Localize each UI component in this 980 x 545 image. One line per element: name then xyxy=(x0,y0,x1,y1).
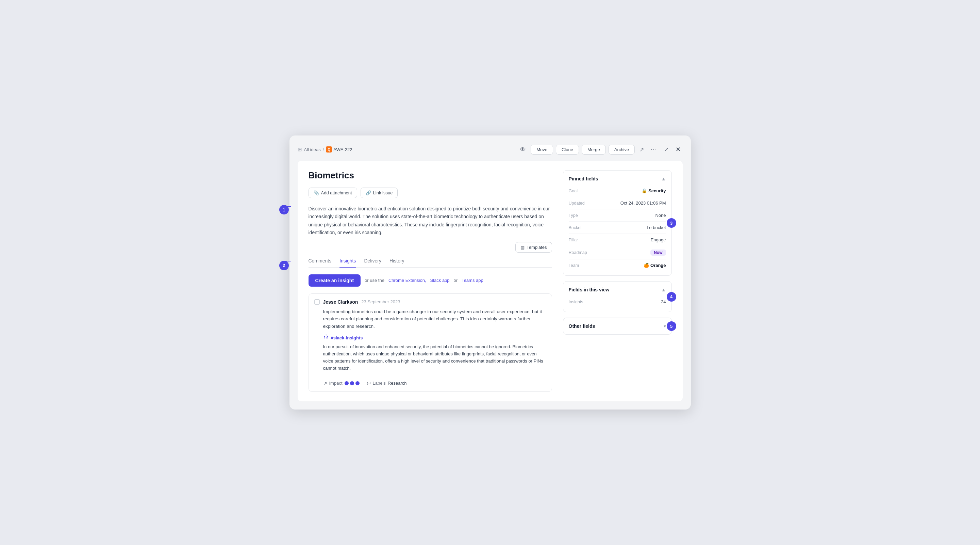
breadcrumb-id: Q AWE-222 xyxy=(326,147,352,153)
divider-5 xyxy=(569,246,666,246)
insight-meta: ↗ Impact 🏷 Labels Research xyxy=(314,377,546,386)
goal-emoji: 🔒 xyxy=(641,188,647,193)
expand-button[interactable]: ⤢ xyxy=(662,144,671,155)
goal-field-row: Goal 🔒 Security xyxy=(569,186,666,195)
tab-history[interactable]: History xyxy=(390,258,404,268)
team-text: Orange xyxy=(651,263,666,268)
move-button[interactable]: Move xyxy=(531,145,553,155)
goal-value: 🔒 Security xyxy=(641,188,666,193)
other-fields-badge: 5 xyxy=(667,321,676,331)
team-emoji: 🍊 xyxy=(644,263,649,268)
fields-in-view-badge: 4 xyxy=(667,292,676,301)
goal-label: Goal xyxy=(569,189,578,193)
share-button[interactable]: ↗ xyxy=(638,144,646,155)
paperclip-icon: 📎 xyxy=(313,190,319,195)
action-row: 📎 Add attachment 🔗 Link issue xyxy=(309,188,552,198)
left-panel: Biometrics 📎 Add attachment 🔗 Link issue… xyxy=(309,170,552,392)
right-panel: Pinned fields ▲ 3 Goal 🔒 Security Update xyxy=(563,170,672,392)
link-icon: 🔗 xyxy=(366,190,371,195)
templates-button[interactable]: ▤ Templates xyxy=(515,242,552,253)
updated-field-row: Updated Oct 24, 2023 01:06 PM xyxy=(569,198,666,208)
tab-insights[interactable]: Insights xyxy=(339,258,356,268)
description-section: 1 Discover an innovative biometric authe… xyxy=(309,205,552,255)
tab-delivery[interactable]: Delivery xyxy=(364,258,381,268)
slack-mention[interactable]: #slack-insights xyxy=(314,335,363,341)
updated-value: Oct 24, 2023 01:06 PM xyxy=(620,201,666,206)
divider-6 xyxy=(569,259,666,260)
clone-button[interactable]: Clone xyxy=(556,145,579,155)
slack-channel-name: #slack-insights xyxy=(331,335,363,340)
pinned-fields-collapse-button[interactable]: ▲ xyxy=(661,176,666,182)
insight-body: Implementing biometrics could be a game-… xyxy=(314,308,546,330)
or-text-2: or xyxy=(454,278,458,283)
impact-dots xyxy=(345,381,360,386)
type-field-row: Type None xyxy=(569,211,666,220)
labels-meta: 🏷 Labels Research xyxy=(366,381,407,386)
watch-button[interactable]: 👁 xyxy=(518,144,528,155)
step-1-line xyxy=(284,206,291,207)
main-content: Biometrics 📎 Add attachment 🔗 Link issue… xyxy=(298,161,683,401)
bucket-field-row: Bucket Le bucket xyxy=(569,223,666,232)
fields-in-view-title: Fields in this view xyxy=(569,287,609,292)
pinned-fields-header: Pinned fields ▲ 3 xyxy=(569,176,666,182)
divider-1 xyxy=(569,197,666,197)
step-2-line xyxy=(284,261,291,261)
insight-checkbox[interactable] xyxy=(314,299,320,305)
teams-app-link[interactable]: Teams app xyxy=(461,278,484,283)
pillar-label: Pillar xyxy=(569,237,578,242)
other-fields-expand-button[interactable]: ▾ xyxy=(663,323,666,329)
more-options-button[interactable]: ··· xyxy=(649,144,659,155)
archive-button[interactable]: Archive xyxy=(609,145,635,155)
roadmap-label: Roadmap xyxy=(569,250,587,255)
merge-button[interactable]: Merge xyxy=(582,145,606,155)
tab-comments[interactable]: Comments xyxy=(309,258,332,268)
modal-wrapper: ⊞ All ideas / Q AWE-222 👁 Move Clone Mer… xyxy=(290,135,691,409)
trending-icon: ↗ xyxy=(323,381,327,386)
issue-type-icon: Q xyxy=(326,147,332,153)
slack-app-link[interactable]: Slack app xyxy=(430,278,449,283)
step-2-badge: 2 xyxy=(279,261,289,270)
team-value: 🍊 Orange xyxy=(644,263,666,268)
bucket-value: Le bucket xyxy=(647,225,666,230)
issue-title: Biometrics xyxy=(309,170,552,181)
top-bar: ⊞ All ideas / Q AWE-222 👁 Move Clone Mer… xyxy=(298,143,683,155)
team-label: Team xyxy=(569,263,579,268)
impact-dot-2 xyxy=(350,381,354,386)
link-issue-button[interactable]: 🔗 Link issue xyxy=(361,188,398,198)
insights-value: 24 xyxy=(661,299,666,304)
other-fields-section: Other fields ▾ 5 xyxy=(563,318,672,335)
slack-icon xyxy=(323,335,329,341)
pinned-fields-badge: 3 xyxy=(667,218,676,228)
insight-date: 23 September 2023 xyxy=(361,299,400,304)
top-actions: 👁 Move Clone Merge Archive ↗ ··· ⤢ ✕ xyxy=(518,143,682,155)
roadmap-field-row: Roadmap Now xyxy=(569,247,666,258)
close-button[interactable]: ✕ xyxy=(673,143,683,155)
pinned-fields-title: Pinned fields xyxy=(569,176,598,182)
breadcrumb-all-ideas[interactable]: All ideas xyxy=(304,147,321,152)
other-fields-header: Other fields ▾ 5 xyxy=(569,323,666,329)
insights-label: Insights xyxy=(569,300,583,304)
labels-value: Research xyxy=(388,381,407,386)
fields-in-view-header: Fields in this view ▲ 4 xyxy=(569,287,666,292)
fields-in-view-section: Fields in this view ▲ 4 Insights 24 xyxy=(563,281,672,312)
description-text: Discover an innovative biometric authent… xyxy=(309,205,552,236)
create-insight-button[interactable]: Create an insight xyxy=(309,274,361,287)
type-value: None xyxy=(655,213,666,218)
breadcrumb-id-label: AWE-222 xyxy=(333,147,352,152)
updated-label: Updated xyxy=(569,201,585,206)
pillar-field-row: Pillar Engage xyxy=(569,235,666,244)
fields-in-view-collapse-button[interactable]: ▲ xyxy=(661,287,666,292)
labels-label: Labels xyxy=(373,381,386,386)
roadmap-value: Now xyxy=(651,250,666,256)
chrome-extension-link[interactable]: Chrome Extension, xyxy=(388,278,426,283)
tabs-area: 2 Comments Insights Delivery History xyxy=(309,258,552,268)
bucket-label: Bucket xyxy=(569,225,582,230)
divider-2 xyxy=(569,209,666,209)
pinned-fields-section: Pinned fields ▲ 3 Goal 🔒 Security Update xyxy=(563,170,672,276)
breadcrumb: ⊞ All ideas / Q AWE-222 xyxy=(298,147,352,153)
add-attachment-button[interactable]: 📎 Add attachment xyxy=(309,188,357,198)
other-fields-title: Other fields xyxy=(569,323,595,329)
insight-quote: In our pursuit of innovation and enhance… xyxy=(314,343,546,372)
team-field-row: Team 🍊 Orange xyxy=(569,261,666,270)
impact-meta: ↗ Impact xyxy=(323,381,360,386)
